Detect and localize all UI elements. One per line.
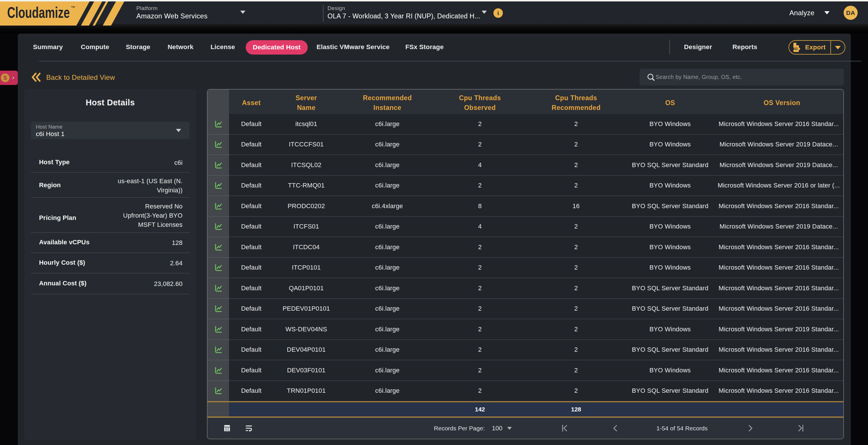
svg-text:™: ™ bbox=[71, 5, 75, 10]
svg-text:Cloudamize: Cloudamize bbox=[7, 4, 70, 21]
